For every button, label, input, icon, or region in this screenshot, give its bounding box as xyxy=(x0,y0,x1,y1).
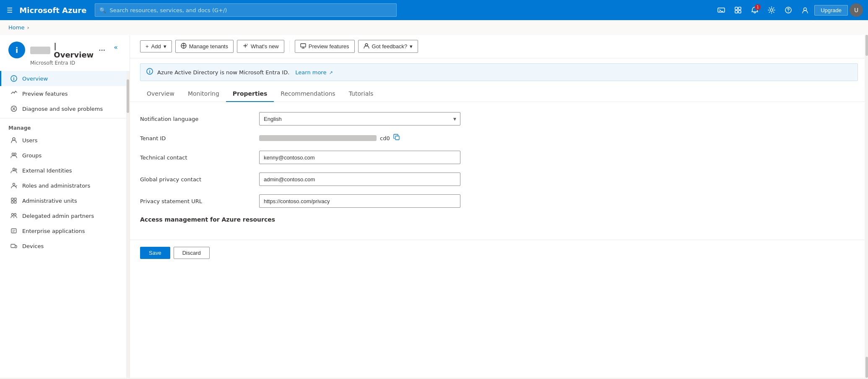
sidebar-icon-label: i xyxy=(16,46,18,55)
upgrade-button[interactable]: Upgrade xyxy=(814,5,848,16)
main-layout: i | Overview ··· Microsoft Entra ID « xyxy=(0,35,868,378)
portal-menu-button[interactable] xyxy=(730,3,746,18)
notification-language-select-wrapper: English French German Spanish Japanese xyxy=(259,112,460,125)
svg-rect-1 xyxy=(735,7,738,10)
banner-text: Azure Active Directory is now Microsoft … xyxy=(157,69,289,76)
sidebar-overview-label: Overview xyxy=(22,76,48,82)
svg-rect-21 xyxy=(11,201,13,203)
privacy-url-input[interactable] xyxy=(259,194,460,208)
sidebar-admin-units-label: Administrative units xyxy=(22,198,77,204)
banner-learn-more-link[interactable]: Learn more ↗ xyxy=(295,69,333,76)
svg-point-15 xyxy=(14,153,16,155)
tenant-id-blurred xyxy=(259,135,377,141)
hamburger-menu[interactable]: ☰ xyxy=(5,5,14,16)
svg-point-11 xyxy=(13,77,14,78)
preview-features-button[interactable]: Preview features xyxy=(295,40,355,53)
sidebar-scrollbar[interactable] xyxy=(126,71,130,378)
users-icon xyxy=(10,136,18,144)
notification-language-row: Notification language English French Ger… xyxy=(140,112,522,125)
cloud-shell-button[interactable] xyxy=(714,3,729,18)
got-feedback-icon xyxy=(364,43,369,50)
preview-features-toolbar-label: Preview features xyxy=(309,43,349,50)
add-icon: + xyxy=(146,43,149,50)
technical-contact-label: Technical contact xyxy=(140,154,249,161)
sidebar-item-groups[interactable]: Groups xyxy=(0,148,126,163)
sidebar-item-users[interactable]: Users xyxy=(0,133,126,148)
add-label: Add xyxy=(151,43,161,50)
whats-new-label: What's new xyxy=(251,43,279,50)
info-banner-icon xyxy=(146,68,153,76)
search-box[interactable]: 🔍 Search resources, services, and docs (… xyxy=(95,3,397,17)
feedback-button[interactable] xyxy=(798,3,813,18)
content-scrollbar-track xyxy=(865,35,868,378)
breadcrumb: Home › xyxy=(0,20,868,35)
form-content: Notification language English French Ger… xyxy=(130,102,533,240)
sidebar: i | Overview ··· Microsoft Entra ID « xyxy=(0,35,130,378)
help-button[interactable] xyxy=(781,3,796,18)
tenant-id-suffix: cd0 xyxy=(380,135,390,141)
avatar[interactable]: U xyxy=(850,3,863,17)
sidebar-item-overview[interactable]: Overview xyxy=(0,71,126,86)
tab-monitoring[interactable]: Monitoring xyxy=(181,86,226,102)
tab-overview[interactable]: Overview xyxy=(140,86,181,102)
tab-tutorials-label: Tutorials xyxy=(349,90,374,97)
sidebar-item-diagnose[interactable]: Diagnose and solve problems xyxy=(0,101,126,116)
svg-point-13 xyxy=(13,138,15,140)
sidebar-item-devices[interactable]: Devices xyxy=(0,238,126,254)
copy-tenant-id-button[interactable] xyxy=(393,134,400,142)
diagnose-icon xyxy=(10,105,18,113)
sidebar-external-label: External Identities xyxy=(22,167,72,174)
content-area: + Add ▾ Manage tenants What's new xyxy=(130,35,868,378)
technical-contact-control xyxy=(259,151,460,164)
sidebar-groups-label: Groups xyxy=(22,152,42,159)
roles-icon xyxy=(10,181,18,190)
global-privacy-row: Global privacy contact xyxy=(140,173,522,186)
svg-point-23 xyxy=(12,214,14,216)
tab-recommendations[interactable]: Recommendations xyxy=(274,86,342,102)
global-privacy-input[interactable] xyxy=(259,173,460,186)
collapse-button[interactable]: « xyxy=(110,42,121,53)
svg-point-16 xyxy=(13,168,15,170)
tab-tutorials[interactable]: Tutorials xyxy=(342,86,380,102)
tab-properties[interactable]: Properties xyxy=(226,86,274,102)
svg-point-14 xyxy=(12,153,14,155)
top-navigation: ☰ Microsoft Azure 🔍 Search resources, se… xyxy=(0,0,868,20)
svg-rect-19 xyxy=(11,198,13,200)
got-feedback-button[interactable]: Got feedback? ▾ xyxy=(358,40,418,53)
svg-point-27 xyxy=(16,246,16,247)
notifications-button[interactable]: 1 xyxy=(747,3,762,18)
add-button[interactable]: + Add ▾ xyxy=(140,40,172,52)
tab-recommendations-label: Recommendations xyxy=(281,90,335,97)
technical-contact-input[interactable] xyxy=(259,151,460,164)
save-button[interactable]: Save xyxy=(140,247,170,259)
sidebar-item-admin-units[interactable]: Administrative units xyxy=(0,193,126,208)
notification-language-select[interactable]: English French German Spanish Japanese xyxy=(259,112,460,125)
svg-rect-4 xyxy=(738,10,741,13)
sidebar-nav-content: Overview Preview features Diagnose and s… xyxy=(0,71,126,378)
tenant-id-row: Tenant ID cd0 xyxy=(140,134,522,142)
whats-new-icon xyxy=(242,43,248,50)
preview-features-icon xyxy=(10,89,18,98)
tenant-id-label: Tenant ID xyxy=(140,135,249,141)
sidebar-scrollbar-thumb xyxy=(127,79,129,113)
sidebar-item-delegated[interactable]: Delegated admin partners xyxy=(0,208,126,223)
sidebar-item-preview-features[interactable]: Preview features xyxy=(0,86,126,101)
sidebar-item-external-identities[interactable]: External Identities xyxy=(0,163,126,178)
banner-link-text: Learn more xyxy=(295,69,326,76)
svg-rect-2 xyxy=(738,7,741,10)
settings-button[interactable] xyxy=(764,3,779,18)
more-icon[interactable]: ··· xyxy=(99,47,105,54)
discard-button[interactable]: Discard xyxy=(174,247,210,259)
sidebar-title: | Overview ··· xyxy=(30,42,105,59)
preview-features-toolbar-icon xyxy=(300,43,306,50)
svg-point-5 xyxy=(770,9,773,11)
svg-rect-25 xyxy=(11,229,16,233)
search-icon: 🔍 xyxy=(99,7,106,13)
sidebar-item-enterprise-apps[interactable]: Enterprise applications xyxy=(0,223,126,238)
manage-tenants-button[interactable]: Manage tenants xyxy=(175,40,234,53)
whats-new-button[interactable]: What's new xyxy=(237,40,284,53)
tab-monitoring-label: Monitoring xyxy=(188,90,219,97)
admin-units-icon xyxy=(10,196,18,205)
sidebar-item-roles[interactable]: Roles and administrators xyxy=(0,178,126,193)
breadcrumb-home[interactable]: Home xyxy=(8,24,24,31)
